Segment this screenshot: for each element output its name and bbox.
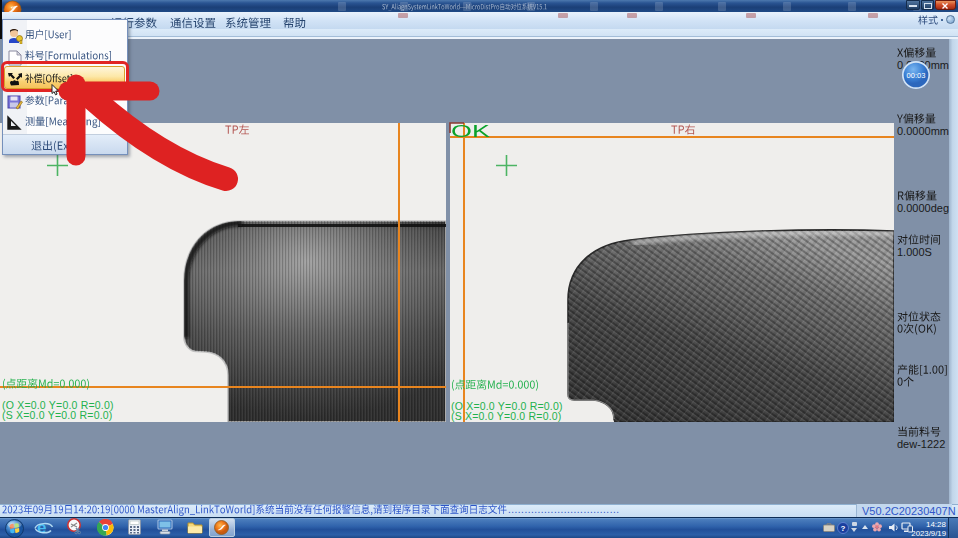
svg-text:?: ? [841, 524, 846, 533]
svg-text:00:03: 00:03 [907, 71, 926, 80]
svg-text:e: e [37, 518, 46, 537]
